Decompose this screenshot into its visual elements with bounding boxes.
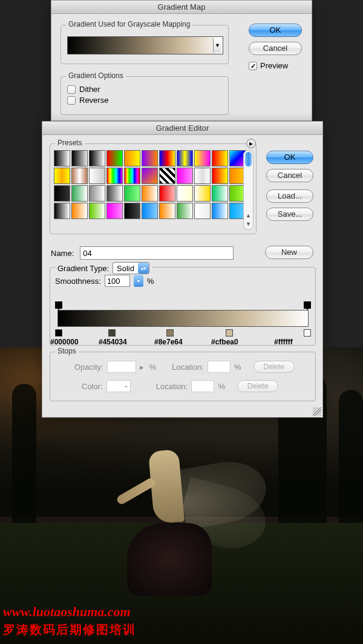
preset-swatch-17[interactable] bbox=[159, 168, 175, 184]
editor-ok-button[interactable]: OK bbox=[266, 151, 313, 164]
preset-swatch-25[interactable] bbox=[106, 185, 123, 202]
gradient-options-label: Gradient Options bbox=[66, 71, 126, 80]
preset-swatch-30[interactable] bbox=[194, 185, 211, 202]
preset-swatch-23[interactable] bbox=[71, 185, 88, 202]
location-label-1: Location: bbox=[172, 363, 204, 372]
preset-swatch-7[interactable] bbox=[177, 150, 193, 166]
smoothness-label: Smoothness: bbox=[55, 277, 101, 286]
gradient-editor-dialog: Gradient Editor Presets ▶ ▲ ▼ OK Cancel … bbox=[42, 121, 323, 418]
resize-grip-icon[interactable] bbox=[313, 407, 321, 416]
preview-label: Preview bbox=[260, 61, 288, 70]
smoothness-input[interactable] bbox=[105, 275, 130, 287]
preset-swatch-28[interactable] bbox=[159, 185, 175, 202]
presets-group: Presets ▶ ▲ ▼ bbox=[50, 143, 257, 234]
watermark-url: www.luotaoshuma.com bbox=[3, 604, 131, 620]
preset-swatch-13[interactable] bbox=[89, 168, 105, 184]
preset-swatch-26[interactable] bbox=[124, 185, 140, 202]
preset-swatch-12[interactable] bbox=[71, 168, 88, 184]
preset-swatch-5[interactable] bbox=[142, 150, 158, 166]
preset-swatch-9[interactable] bbox=[212, 150, 228, 166]
opacity-stop-left[interactable] bbox=[55, 301, 62, 310]
preview-checkbox[interactable] bbox=[249, 62, 257, 70]
hex-label-0: #000000 bbox=[50, 338, 79, 346]
delete-color-button: Delete bbox=[237, 380, 278, 392]
gradient-type-value: Solid bbox=[113, 264, 138, 273]
preset-swatch-1[interactable] bbox=[71, 150, 88, 166]
hex-label-3: #cfbea0 bbox=[211, 338, 238, 346]
preset-swatch-41[interactable] bbox=[194, 203, 211, 219]
cancel-button[interactable]: Cancel bbox=[249, 42, 302, 55]
save-button[interactable]: Save... bbox=[266, 208, 313, 221]
preset-swatch-34[interactable] bbox=[71, 203, 88, 219]
preset-swatch-16[interactable] bbox=[142, 168, 158, 184]
preset-swatch-27[interactable] bbox=[142, 185, 158, 202]
presets-label: Presets bbox=[55, 139, 85, 147]
preset-swatch-36[interactable] bbox=[106, 203, 123, 219]
preset-swatch-4[interactable] bbox=[124, 150, 140, 166]
preset-swatch-38[interactable] bbox=[142, 203, 158, 219]
presets-scrollbar[interactable]: ▲ ▼ bbox=[243, 150, 253, 230]
preset-swatch-24[interactable] bbox=[89, 185, 105, 202]
gradient-editor-title: Gradient Editor bbox=[42, 122, 322, 135]
color-stop-0[interactable] bbox=[55, 327, 62, 337]
grayscale-mapping-group: Gradient Used for Grayscale Mapping ▼ bbox=[60, 25, 229, 64]
preset-swatch-3[interactable] bbox=[106, 150, 123, 166]
preset-swatch-20[interactable] bbox=[212, 168, 228, 184]
preset-swatch-18[interactable] bbox=[177, 168, 193, 184]
scroll-up-icon[interactable]: ▲ bbox=[244, 212, 253, 221]
preset-swatch-11[interactable] bbox=[54, 168, 70, 184]
preset-swatch-37[interactable] bbox=[124, 203, 140, 219]
gradient-map-title: Gradient Map bbox=[51, 1, 312, 14]
gradient-edit-bar[interactable] bbox=[57, 310, 309, 327]
scrollbar-thumb[interactable] bbox=[245, 152, 252, 166]
preset-swatch-31[interactable] bbox=[212, 185, 228, 202]
dither-checkbox[interactable] bbox=[67, 85, 76, 94]
preset-swatch-15[interactable] bbox=[124, 168, 140, 184]
preset-swatch-35[interactable] bbox=[89, 203, 105, 219]
preset-swatch-2[interactable] bbox=[89, 150, 105, 166]
preset-swatch-40[interactable] bbox=[177, 203, 193, 219]
percent-label: % bbox=[147, 277, 154, 286]
watermark-text: 罗涛数码后期修图培训 bbox=[3, 622, 136, 638]
color-stop-3[interactable] bbox=[226, 327, 233, 337]
opacity-stop-right[interactable] bbox=[304, 301, 311, 310]
name-label: Name: bbox=[51, 249, 74, 258]
preset-swatch-33[interactable] bbox=[54, 203, 70, 219]
hex-label-4: #ffffff bbox=[274, 338, 293, 346]
location-label-2: Location: bbox=[156, 382, 188, 391]
stops-label: Stops bbox=[55, 347, 79, 355]
preset-swatch-29[interactable] bbox=[177, 185, 193, 202]
reverse-checkbox[interactable] bbox=[67, 96, 76, 105]
preset-swatch-14[interactable] bbox=[106, 168, 123, 184]
scroll-down-icon[interactable]: ▼ bbox=[244, 221, 253, 229]
dither-label: Dither bbox=[79, 85, 100, 94]
color-stop-2[interactable] bbox=[166, 327, 174, 337]
preset-swatch-42[interactable] bbox=[212, 203, 228, 219]
preset-swatch-8[interactable] bbox=[194, 150, 211, 166]
reverse-label: Reverse bbox=[79, 96, 108, 105]
delete-opacity-button: Delete bbox=[253, 361, 295, 373]
preset-swatch-0[interactable] bbox=[54, 150, 70, 166]
gradient-options-group: Gradient Options Dither Reverse bbox=[60, 76, 229, 115]
name-input[interactable] bbox=[80, 246, 234, 260]
hex-label-1: #454034 bbox=[99, 338, 127, 346]
new-button[interactable]: New bbox=[265, 246, 313, 259]
ok-button[interactable]: OK bbox=[249, 24, 302, 37]
opacity-input bbox=[107, 361, 136, 373]
presets-flyout-icon[interactable]: ▶ bbox=[246, 139, 256, 148]
preset-swatch-39[interactable] bbox=[159, 203, 175, 219]
load-button[interactable]: Load... bbox=[266, 189, 313, 203]
gradient-preview-swatch[interactable]: ▼ bbox=[67, 36, 223, 54]
preset-swatch-22[interactable] bbox=[54, 185, 70, 202]
editor-cancel-button[interactable]: Cancel bbox=[266, 169, 313, 182]
preset-swatch-6[interactable] bbox=[159, 150, 175, 166]
smoothness-stepper-icon[interactable]: ▾ bbox=[134, 275, 143, 287]
color-stop-4[interactable] bbox=[304, 327, 311, 337]
gradient-dropdown-arrow[interactable]: ▼ bbox=[213, 38, 221, 53]
preset-swatch-19[interactable] bbox=[194, 168, 211, 184]
color-location-input bbox=[191, 380, 214, 392]
preset-grid bbox=[54, 150, 246, 219]
stops-group: Stops Opacity: ▸ % Location: % Delete Co… bbox=[50, 352, 316, 401]
color-stop-1[interactable] bbox=[108, 327, 116, 337]
gradient-type-select[interactable]: Solid ▴▾ bbox=[113, 262, 149, 274]
